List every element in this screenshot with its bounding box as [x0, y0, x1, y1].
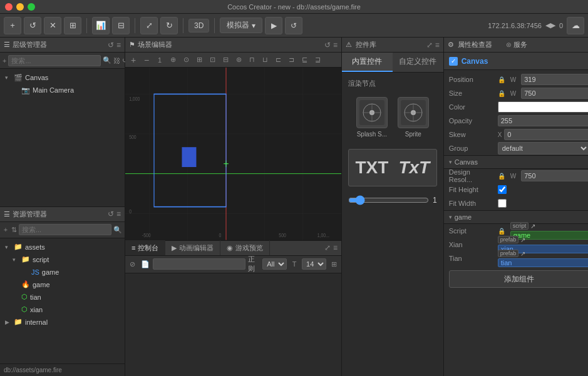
- close-button[interactable]: [5, 3, 13, 11]
- cloud-button[interactable]: ☁: [567, 17, 584, 34]
- 3d-toggle[interactable]: 3D: [188, 19, 209, 33]
- splash-node-item[interactable]: Splash S...: [356, 97, 388, 138]
- console-expand-icon[interactable]: ⤢: [324, 243, 331, 252]
- asset-search-input[interactable]: [19, 224, 111, 235]
- scene-toolbar[interactable]: + − 1 ⊕ ⊙ ⊞ ⊡ ⊟ ⊛ ⊓ ⊔ ⊏ ⊐ ⊑ ⊒: [125, 53, 341, 68]
- asset-menu-icon[interactable]: ≡: [116, 210, 121, 218]
- rotate-button[interactable]: ↻: [160, 17, 178, 34]
- console-file-btn[interactable]: 📄: [140, 258, 150, 270]
- position-w-input[interactable]: [521, 74, 588, 85]
- console-menu-icon[interactable]: ≡: [333, 243, 338, 252]
- color-picker[interactable]: [498, 101, 588, 113]
- game-preview-tab[interactable]: ◉ 游戏预览: [220, 240, 270, 255]
- asset-lib-expand-icon[interactable]: ⤢: [426, 41, 433, 49]
- scene-refresh-icon[interactable]: ↺: [324, 41, 331, 49]
- xian-link-icon[interactable]: ↗: [520, 236, 525, 243]
- tree-item-game-fire[interactable]: 🔥 game: [0, 278, 125, 291]
- fit-height-checkbox[interactable]: [498, 185, 507, 194]
- layout-button[interactable]: ⊞: [64, 17, 81, 34]
- layer-menu-icon[interactable]: ≡: [116, 41, 121, 49]
- console-font-size-select[interactable]: 14: [302, 258, 326, 270]
- asset-refresh-icon[interactable]: ↺: [108, 210, 114, 218]
- custom-tab[interactable]: 自定义控件: [393, 53, 443, 72]
- sprite-node-item[interactable]: Sprite: [398, 97, 429, 138]
- tree-item-canvas[interactable]: ▾ 🎬 Canvas: [0, 71, 125, 84]
- animation-tab[interactable]: ▶ 动画编辑器: [165, 240, 220, 255]
- layer-link-btn[interactable]: ⛓: [113, 55, 120, 66]
- add-component-button[interactable]: 添加组件: [449, 270, 588, 288]
- asset-sort-btn[interactable]: ⇅: [11, 224, 17, 235]
- scene-tool8[interactable]: ⊔: [259, 54, 271, 66]
- canvas-checkbox[interactable]: ✓: [449, 57, 458, 66]
- tian-link-icon[interactable]: ↗: [520, 250, 525, 257]
- zoom-1-btn[interactable]: 1: [154, 54, 165, 66]
- console-area[interactable]: [125, 273, 341, 376]
- splash-node-icon[interactable]: [356, 97, 388, 128]
- minimize-button[interactable]: [16, 3, 24, 11]
- opacity-input[interactable]: [498, 115, 588, 126]
- builtin-tab[interactable]: 内置控件: [342, 53, 393, 72]
- scene-tool9[interactable]: ⊏: [272, 54, 284, 66]
- zoom-in-btn[interactable]: +: [128, 54, 139, 66]
- zoom-out-btn[interactable]: −: [141, 54, 152, 66]
- refresh-button[interactable]: ↺: [24, 17, 41, 34]
- simulator-dropdown[interactable]: 模拟器 ▾: [220, 18, 262, 33]
- chart-button[interactable]: 📊: [92, 17, 110, 34]
- close-tab-button[interactable]: ✕: [44, 17, 61, 34]
- asset-search-btn[interactable]: 🔍: [113, 224, 122, 235]
- design-res-w-input[interactable]: [521, 170, 588, 181]
- canvas-section-title: Canvas: [455, 158, 478, 166]
- scene-menu-icon[interactable]: ≡: [333, 41, 338, 49]
- console-font-icon[interactable]: T: [289, 258, 299, 270]
- scene-tool3[interactable]: ⊞: [193, 54, 205, 66]
- sprite-node-icon[interactable]: [398, 97, 429, 128]
- group-select[interactable]: default: [498, 142, 588, 155]
- service-tab[interactable]: ⊙ 服务: [502, 40, 531, 49]
- tree-item-assets[interactable]: ▾ 📁 assets: [0, 241, 125, 253]
- scene-canvas[interactable]: 使用鼠标右键平移视图焦点, 使用滚轮缩放视图: [125, 68, 341, 240]
- asset-add-btn[interactable]: +: [3, 224, 9, 235]
- scene-tool7[interactable]: ⊓: [246, 54, 257, 66]
- console-search-input[interactable]: [153, 258, 245, 270]
- scene-tool4[interactable]: ⊡: [207, 54, 218, 66]
- script-link-icon[interactable]: ↗: [530, 223, 535, 230]
- tian-value[interactable]: tian: [498, 258, 588, 267]
- layer-search-input[interactable]: [8, 55, 101, 66]
- size-w-input[interactable]: [521, 88, 588, 99]
- tree-item-internal[interactable]: ▶ 📁 internal: [0, 316, 125, 328]
- play-button[interactable]: ▶: [265, 17, 282, 34]
- scene-tool11[interactable]: ⊑: [299, 54, 310, 66]
- console-clear-btn[interactable]: ⊘: [128, 258, 138, 270]
- scene-tool12[interactable]: ⊒: [312, 54, 323, 66]
- canvas-section-header[interactable]: ▾ Canvas: [444, 155, 588, 169]
- fit-width-checkbox[interactable]: [498, 199, 507, 208]
- scene-tool10[interactable]: ⊐: [286, 54, 297, 66]
- console-tab[interactable]: ≡ 控制台: [125, 240, 165, 255]
- tree-item-script[interactable]: ▾ 📁 script: [0, 253, 125, 266]
- refresh-scene-button[interactable]: ↺: [285, 17, 302, 34]
- move-button[interactable]: ⤢: [140, 17, 158, 34]
- scene-tool5[interactable]: ⊟: [220, 54, 231, 66]
- add-button[interactable]: +: [4, 17, 21, 34]
- scene-tool2[interactable]: ⊙: [180, 54, 192, 66]
- grid-button[interactable]: ⊟: [112, 17, 130, 34]
- scene-tool6[interactable]: ⊛: [233, 54, 244, 66]
- pos-w-label: W: [510, 76, 516, 83]
- layer-manager-header: ☰ 层级管理器 ↺ ≡: [0, 38, 125, 53]
- asset-slider[interactable]: [348, 195, 429, 205]
- layer-add-btn[interactable]: +: [3, 55, 6, 66]
- tree-item-game-js[interactable]: JS game: [0, 266, 125, 278]
- tree-item-main-camera[interactable]: 📷 Main Camera: [0, 84, 125, 96]
- window-title: Cocos Creator - new - db://assets/game.f…: [227, 3, 361, 11]
- tree-item-tian[interactable]: ⬡ tian: [0, 291, 125, 303]
- layer-refresh-icon[interactable]: ↺: [108, 41, 114, 49]
- skew-x-input[interactable]: [504, 129, 588, 140]
- layer-search-btn[interactable]: 🔍: [103, 55, 111, 66]
- tree-item-xian[interactable]: ⬡ xian: [0, 303, 125, 316]
- traffic-lights[interactable]: [5, 3, 35, 11]
- console-level-select[interactable]: All: [262, 258, 287, 270]
- scene-tool1[interactable]: ⊕: [167, 54, 178, 66]
- asset-lib-menu-icon[interactable]: ≡: [435, 41, 440, 49]
- console-collapse-btn[interactable]: ⊞: [329, 258, 339, 270]
- maximize-button[interactable]: [28, 3, 35, 11]
